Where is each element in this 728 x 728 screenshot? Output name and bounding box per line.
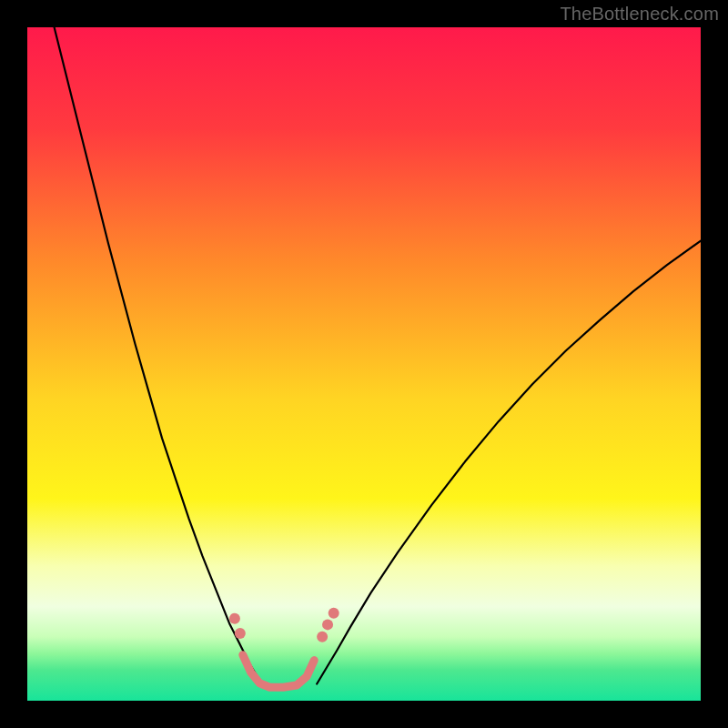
highlight-right-dot-1 bbox=[322, 619, 333, 630]
highlight-left-dot-0 bbox=[229, 613, 240, 624]
watermark-text: TheBottleneck.com bbox=[560, 4, 719, 25]
plot-area bbox=[27, 27, 701, 701]
bottleneck-chart bbox=[27, 27, 701, 701]
gradient-background bbox=[27, 27, 701, 701]
highlight-left-dot-1 bbox=[235, 628, 246, 639]
highlight-right-dot-2 bbox=[329, 608, 339, 619]
chart-frame: TheBottleneck.com bbox=[0, 0, 728, 728]
highlight-right-dot-0 bbox=[317, 632, 328, 642]
